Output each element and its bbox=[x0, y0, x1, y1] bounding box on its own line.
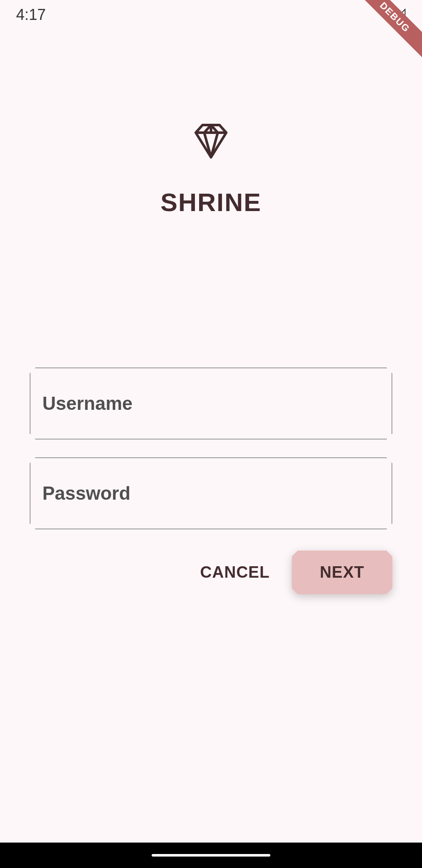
button-row: CANCEL NEXT bbox=[30, 551, 392, 594]
username-field[interactable] bbox=[42, 393, 380, 414]
next-button[interactable]: NEXT bbox=[292, 551, 392, 594]
app-title: SHRINE bbox=[161, 188, 262, 217]
password-field[interactable] bbox=[42, 483, 380, 504]
username-field-container bbox=[30, 367, 392, 440]
diamond-icon bbox=[192, 121, 230, 161]
cancel-button[interactable]: CANCEL bbox=[196, 555, 274, 590]
login-form: CANCEL NEXT bbox=[30, 367, 392, 594]
next-button-wrapper: NEXT bbox=[292, 551, 392, 594]
logo-section: SHRINE bbox=[30, 121, 392, 217]
password-field-container bbox=[30, 457, 392, 529]
status-time: 4:17 bbox=[16, 6, 46, 24]
nav-indicator[interactable] bbox=[152, 854, 270, 857]
system-nav-bar bbox=[0, 843, 422, 868]
login-screen: SHRINE CANCEL NEXT bbox=[0, 121, 422, 594]
status-bar: 4:17 bbox=[0, 0, 422, 25]
